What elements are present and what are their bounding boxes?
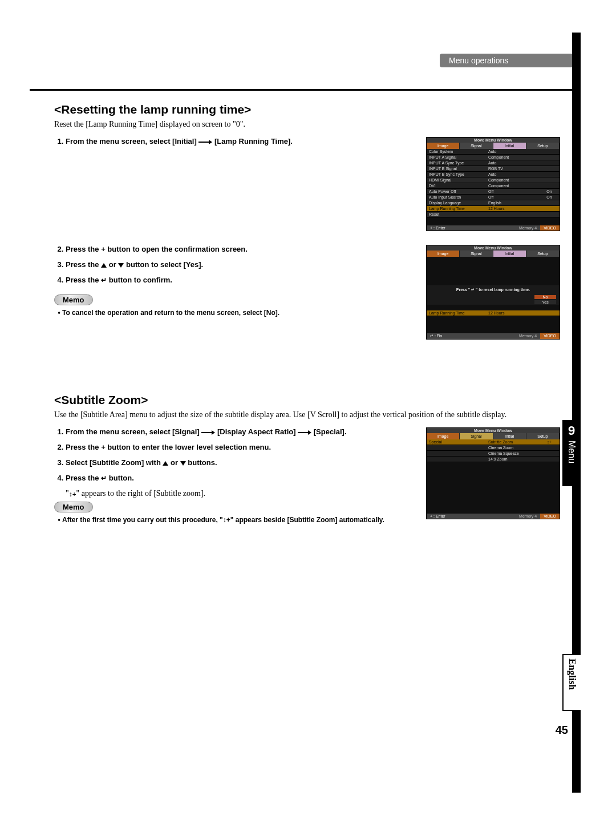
adjust-icon: ↕+ [541,440,557,444]
triangle-up-icon [101,263,107,268]
osd-row-value: Component [488,184,557,188]
osd-row: Reset [427,212,560,217]
intro-resetting-lamp: Reset the [Lamp Running Time] displayed … [54,120,559,129]
osd-row-value: RGB TV [488,167,557,171]
osd-row-lamp-time: Lamp Running Time 12 Hours [427,310,560,316]
step-text: [Special]. [314,427,347,436]
osd-row-label: Lamp Running Time [429,207,488,211]
osd-option-yes: Yes [534,300,556,304]
step-2-confirmation: Press the + button to open the confirmat… [66,245,415,253]
memo-item: To cancel the operation and return to th… [62,309,415,317]
osd-tab-image: Image [427,433,460,439]
osd-title: Move Menu Window [427,428,560,433]
osd-row-option: On [541,195,557,199]
osd-row-value: Auto [488,150,557,154]
language-tab: English [562,654,581,711]
osd-row-value: Subtitle Zoom [488,440,541,444]
triangle-down-icon [118,263,124,268]
step-text: or [109,260,119,269]
osd-tab-image: Image [427,143,460,149]
step-text: button. [109,474,134,482]
osd-panel-confirm: Move Menu Window Image Signal Initial Se… [426,245,560,340]
osd-footer: + : Enter Memory 4 VIDEO [427,225,560,231]
arrow-icon [198,140,212,144]
osd-tab-initial: Initial [493,433,526,439]
osd-row-label: Reset [429,212,488,216]
osd-row-label: INPUT A Signal [429,155,488,159]
enter-icon: ↵ [101,276,107,284]
osd-tab-setup: Setup [526,143,560,149]
osd-confirm-message: Press " ↵ " to reset lamp running time. [427,285,560,294]
osd-row-value: English [488,201,557,205]
step-text: Press the [66,260,101,269]
osd-row-value: 12 Hours [488,207,557,211]
osd-footer: + : Enter Memory 4 VIDEO [427,514,560,519]
page-number: 45 [556,724,568,737]
osd-tab-signal: Signal [460,433,493,439]
step-text: Press the [66,276,101,284]
step-3-select-subtitle-zoom: Select [Subtitle Zoom] with or buttons. [66,458,415,467]
step-text: [Lamp Running Time]. [214,137,293,146]
osd-row-value: Auto [488,172,557,176]
memo-list: To cancel the operation and return to th… [54,309,415,317]
osd-tab-setup: Setup [526,251,560,257]
osd-row: INPUT B SignalRGB TV [427,166,560,172]
step-3-select-yes: Press the or button to select [Yes]. [66,260,415,269]
step-text: button to select [Yes]. [126,260,203,269]
intro-subtitle-zoom: Use the [Subtitle Area] menu to adjust t… [54,410,559,419]
osd-row: Auto Input SearchOffOn [427,195,560,200]
osd-row-option: On [541,189,557,193]
memo-badge: Memo [54,502,93,512]
osd-row-label: INPUT A Sync Type [429,161,488,165]
osd-row: DVIComponent [427,183,560,189]
osd-option-no: No [534,295,556,299]
arrow-icon [298,430,311,435]
osd-title: Move Menu Window [427,138,560,143]
osd-row: INPUT A Sync TypeAuto [427,160,560,166]
step-text: [Display Aspect Ratio] [217,427,298,436]
osd-row-label: INPUT B Signal [429,167,488,171]
step-text: Select [Subtitle Zoom] with [66,458,163,467]
osd-row-label: Lamp Running Time [429,311,488,315]
osd-footer-memory: Memory 4 [516,225,540,231]
chapter-number: 9 [562,423,581,438]
osd-tabs: Image Signal Initial Setup [427,143,560,149]
osd-row-label: Special [429,440,488,444]
note-text: " appears to the right of [Subtitle zoom… [76,489,206,498]
header-section-label: Menu operations [440,54,572,67]
osd-row-value: Cinema Squeeze [488,451,557,455]
osd-row: INPUT A SignalComponent [427,155,560,160]
osd-row: Lamp Running Time12 Hours [427,206,560,212]
step-text: Press the [66,474,101,482]
osd-row: INPUT B Sync TypeAuto [427,172,560,177]
step-4-press-enter: Press the ↵ button. [66,474,415,482]
osd-panel-signal-special: Move Menu Window Image Signal Initial Se… [426,427,560,519]
osd-tabs: Image Signal Initial Setup [427,251,560,257]
chapter-title: Menu [566,441,577,463]
triangle-down-icon [180,461,186,466]
osd-row-label: Auto Power Off [429,189,488,193]
osd-row-label: Auto Input Search [429,195,488,199]
osd-tab-initial: Initial [493,251,526,257]
osd-footer-fix: ↵ : Fix [427,333,445,339]
osd-title: Move Menu Window [427,245,560,251]
step-text: From the menu screen, select [Initial] [66,137,198,146]
note-adjust-icon: "↕+" appears to the right of [Subtitle z… [66,489,415,498]
osd-footer-memory: Memory 4 [516,333,540,339]
osd-row-label: INPUT B Sync Type [429,172,488,176]
osd-footer-source: VIDEO [540,225,560,231]
osd-row-value [488,212,557,216]
osd-row: Cinema Zoom [427,445,560,451]
osd-footer-source: VIDEO [540,514,560,519]
step-text: button to confirm. [109,276,172,284]
language-label: English [566,659,578,690]
osd-row-special: Special Subtitle Zoom ↕+ [427,439,560,445]
osd-tab-signal: Signal [460,251,493,257]
osd-row: Auto Power OffOffOn [427,189,560,195]
page-content: <Resetting the lamp running time> Reset … [54,103,559,530]
triangle-up-icon [163,461,168,466]
osd-row: Display LanguageEnglish [427,200,560,206]
enter-icon: ↵ [101,474,107,482]
step-text: or [171,458,180,467]
osd-tab-image: Image [427,251,460,257]
